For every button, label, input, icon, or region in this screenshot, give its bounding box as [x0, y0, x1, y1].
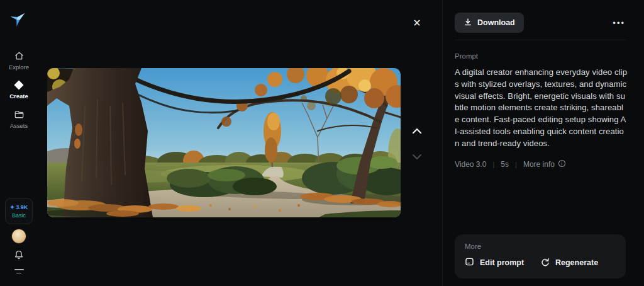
- sidebar-item-assets[interactable]: Assets: [0, 109, 38, 129]
- diamond-icon: [14, 80, 24, 90]
- download-label: Download: [477, 18, 515, 27]
- app-logo-icon[interactable]: [8, 8, 28, 28]
- user-avatar[interactable]: [12, 229, 26, 243]
- viewer-canvas: ✕: [38, 0, 442, 286]
- folder-icon: [14, 109, 25, 120]
- notifications-bell-icon[interactable]: [13, 249, 25, 261]
- regenerate-label: Regenerate: [555, 258, 598, 267]
- plan-label: Basic: [12, 212, 26, 219]
- sidebar-item-explore[interactable]: Explore: [0, 50, 38, 71]
- app-window: Explore Create Assets: [0, 0, 644, 286]
- more-card-title: More: [455, 234, 626, 250]
- next-chevron-down-icon[interactable]: [409, 149, 425, 164]
- regenerate-button[interactable]: Regenerate: [540, 257, 616, 268]
- home-icon: [14, 50, 25, 61]
- previous-chevron-up-icon[interactable]: [409, 123, 425, 139]
- prompt-section: Prompt A digital creator enhancing every…: [443, 40, 644, 169]
- sidebar: Explore Create Assets: [0, 0, 38, 286]
- separator: |: [493, 161, 495, 168]
- prompt-label: Prompt: [455, 52, 628, 60]
- menu-lines-icon[interactable]: [13, 269, 25, 277]
- separator: |: [515, 161, 517, 168]
- more-actions-card: More Edit prompt: [455, 234, 626, 278]
- panel-header: Download •••: [443, 0, 644, 33]
- download-icon: [464, 18, 472, 28]
- prompt-text: A digital creator enhancing everyday vid…: [455, 67, 628, 150]
- sidebar-item-label: Assets: [10, 122, 28, 129]
- generation-meta: Video 3.0 | 5s | More info: [455, 159, 628, 169]
- close-icon[interactable]: ✕: [409, 14, 425, 31]
- credits-badge[interactable]: ✦ 3.9K Basic: [5, 198, 33, 224]
- more-info-link[interactable]: More info: [523, 159, 566, 169]
- details-panel: Download ••• Prompt A digital creator en…: [442, 0, 644, 286]
- model-label: Video 3.0: [455, 160, 487, 169]
- more-menu-icon[interactable]: •••: [613, 16, 625, 30]
- info-icon: [558, 159, 566, 169]
- edit-prompt-label: Edit prompt: [480, 258, 524, 267]
- regenerate-icon: [540, 257, 550, 268]
- sidebar-item-create[interactable]: Create: [0, 80, 38, 100]
- sidebar-item-label: Create: [9, 93, 28, 100]
- duration-label: 5s: [501, 160, 509, 169]
- spark-icon: ✦: [10, 204, 15, 210]
- download-button[interactable]: Download: [455, 13, 524, 33]
- sidebar-nav: Explore Create Assets: [0, 50, 38, 129]
- more-info-label: More info: [523, 160, 555, 169]
- video-preview[interactable]: [47, 68, 401, 217]
- edit-prompt-button[interactable]: Edit prompt: [465, 257, 540, 268]
- sidebar-item-label: Explore: [9, 64, 29, 71]
- edit-prompt-icon: [465, 257, 474, 268]
- credits-amount: 3.9K: [16, 204, 28, 210]
